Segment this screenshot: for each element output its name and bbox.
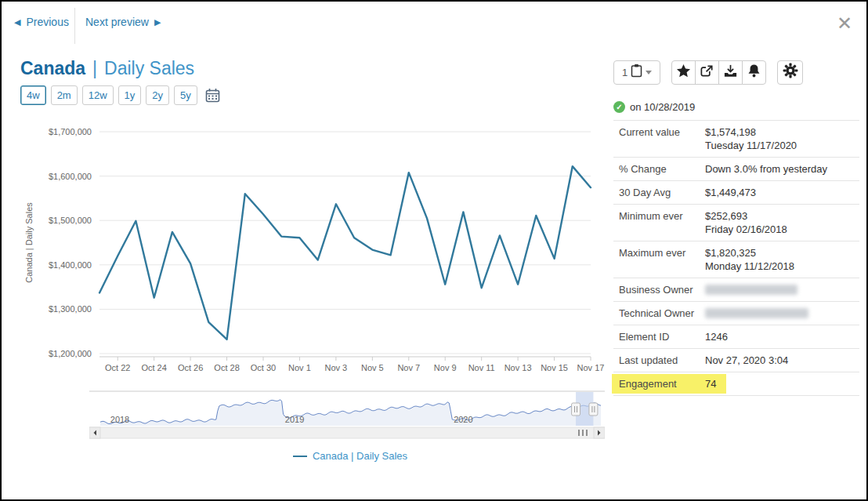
detail-row-last-updated: Last updatedNov 27, 2020 3:04: [613, 349, 859, 372]
svg-text:Oct 22: Oct 22: [105, 363, 130, 372]
certification-date: on 10/28/2019: [630, 101, 695, 113]
navigator-chart[interactable]: 201820192020: [89, 390, 605, 439]
page-title: Canada | Daily Sales: [20, 58, 194, 79]
detail-row-business-owner: Business Owner: [613, 278, 859, 302]
svg-text:Nov 7: Nov 7: [397, 363, 420, 372]
left-arrow-icon: ◀: [14, 17, 20, 27]
previous-label: Previous: [26, 16, 68, 28]
range-button-2m[interactable]: 2m: [51, 85, 78, 105]
legend-line-icon: [293, 456, 307, 457]
certification-status: ✓ on 10/28/2019: [613, 101, 859, 120]
detail-row-30-day-avg: 30 Day Avg$1,449,473: [613, 181, 859, 205]
title-metric-dimension: Canada: [20, 58, 85, 79]
svg-text:Nov 15: Nov 15: [541, 363, 568, 372]
svg-text:$1,500,000: $1,500,000: [49, 216, 92, 225]
navigator-handle-right[interactable]: [589, 403, 598, 416]
legend-label: Canada | Daily Sales: [313, 450, 407, 462]
detail-value-text: 1246: [705, 330, 728, 343]
detail-label: Business Owner: [613, 283, 705, 296]
download-icon: [723, 64, 738, 82]
toolbar: 1: [613, 60, 859, 85]
detail-value-text: $1,820,325: [705, 246, 794, 260]
detail-row-current-value: Current value$1,574,198Tuesday 11/17/202…: [613, 121, 859, 158]
share-button[interactable]: [695, 60, 719, 85]
range-buttons: 4w2m12w1y2y5y: [20, 85, 197, 105]
svg-text:Nov 13: Nov 13: [505, 363, 532, 372]
svg-text:Oct 24: Oct 24: [141, 363, 166, 372]
detail-value: Nov 27, 2020 3:04: [705, 354, 788, 367]
svg-text:2018: 2018: [110, 415, 129, 424]
detail-value-text: Nov 27, 2020 3:04: [705, 354, 788, 367]
detail-row-element-id: Element ID1246: [613, 325, 859, 349]
action-button-group: [671, 60, 766, 85]
range-button-4w[interactable]: 4w: [20, 85, 46, 105]
detail-label: Last updated: [613, 354, 705, 367]
chevron-down-icon: [646, 71, 652, 74]
preview-window: ◀ Previous Next preview ▶ ✕ Canada | Dai…: [0, 0, 868, 501]
favorite-button[interactable]: [671, 60, 696, 85]
close-icon[interactable]: ✕: [837, 13, 852, 34]
detail-value: $252,693Friday 02/16/2018: [705, 209, 787, 236]
svg-text:Nov 9: Nov 9: [434, 363, 457, 372]
redacted-value: [705, 285, 797, 295]
download-button[interactable]: [718, 60, 743, 85]
copies-count: 1: [622, 67, 627, 78]
calendar-icon[interactable]: [205, 88, 220, 103]
detail-label: % Change: [613, 162, 705, 176]
detail-value: [705, 307, 808, 320]
range-button-1y[interactable]: 1y: [118, 85, 142, 105]
range-button-2y[interactable]: 2y: [146, 85, 169, 105]
detail-label: Technical Owner: [613, 307, 705, 320]
detail-label: Element ID: [613, 330, 705, 343]
detail-value: 74: [705, 377, 716, 390]
svg-text:$1,200,000: $1,200,000: [49, 349, 92, 358]
detail-label: Minimum ever: [613, 209, 705, 236]
detail-value-subtext: Monday 11/12/2018: [705, 260, 794, 273]
clipboard-icon: [631, 64, 642, 81]
svg-text:Nov 17: Nov 17: [577, 363, 605, 372]
svg-text:Nov 1: Nov 1: [288, 363, 311, 372]
check-circle-icon: ✓: [613, 101, 625, 113]
previous-button[interactable]: ◀ Previous: [14, 16, 69, 28]
svg-text:2019: 2019: [285, 415, 304, 424]
svg-text:Oct 30: Oct 30: [251, 363, 276, 372]
range-button-12w[interactable]: 12w: [82, 85, 114, 105]
detail-value: 1246: [705, 330, 728, 343]
range-button-row: 4w2m12w1y2y5y: [20, 85, 220, 105]
detail-value: [705, 283, 797, 296]
svg-text:$1,700,000: $1,700,000: [49, 127, 92, 136]
nav-divider: [74, 8, 75, 44]
right-arrow-icon: ▶: [154, 17, 161, 27]
copies-dropdown-button[interactable]: 1: [613, 60, 660, 85]
detail-row-change: % ChangeDown 3.0% from yesterday: [613, 158, 859, 181]
svg-text:$1,300,000: $1,300,000: [49, 304, 92, 314]
alert-button[interactable]: [742, 60, 766, 85]
svg-text:Nov 11: Nov 11: [468, 363, 495, 372]
detail-value-text: $252,693: [705, 209, 787, 223]
range-button-5y[interactable]: 5y: [174, 85, 197, 105]
settings-button[interactable]: [777, 60, 803, 85]
next-preview-button[interactable]: Next preview ▶: [85, 16, 161, 28]
detail-value-text: 74: [705, 377, 716, 390]
svg-text:Nov 3: Nov 3: [325, 363, 348, 372]
redacted-value: [705, 308, 808, 318]
svg-text:Nov 5: Nov 5: [361, 363, 384, 372]
svg-text:$1,600,000: $1,600,000: [49, 172, 92, 181]
detail-value-text: $1,449,473: [705, 186, 756, 199]
detail-label: Maximum ever: [613, 246, 705, 273]
navigator-handle-left[interactable]: [572, 403, 580, 416]
star-icon: [676, 64, 691, 82]
main-chart[interactable]: $1,200,000$1,300,000$1,400,000$1,500,000…: [21, 118, 605, 384]
bell-icon: [747, 64, 761, 82]
chart-legend[interactable]: Canada | Daily Sales: [103, 450, 597, 462]
detail-row-minimum-ever: Minimum ever$252,693Friday 02/16/2018: [613, 205, 859, 241]
title-separator: |: [92, 58, 97, 79]
detail-row-engagement: Engagement74: [613, 372, 859, 396]
svg-text:Oct 26: Oct 26: [178, 363, 203, 372]
svg-text:2020: 2020: [454, 415, 472, 424]
svg-text:Oct 28: Oct 28: [214, 363, 239, 372]
detail-value: $1,574,198Tuesday 11/17/2020: [705, 125, 797, 152]
navigator-scrollbar[interactable]: [89, 427, 605, 438]
svg-text:$1,400,000: $1,400,000: [49, 260, 92, 270]
detail-row-maximum-ever: Maximum ever$1,820,325Monday 11/12/2018: [613, 241, 859, 278]
